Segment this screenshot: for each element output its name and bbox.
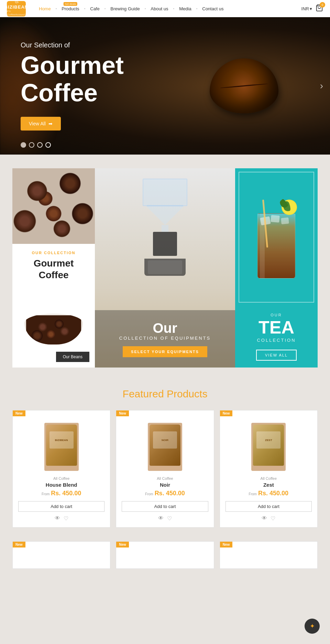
price-amount-3: Rs. 450.00 (258, 490, 288, 497)
nav-sep-2: ● (84, 8, 86, 10)
nav-sep-3: ● (104, 8, 106, 10)
cart-button[interactable]: 0 (316, 4, 323, 13)
product-actions-2: 👁 ♡ (158, 515, 172, 522)
product-name-3: Zest (263, 482, 274, 488)
product-actions-1: 👁 ♡ (55, 515, 68, 522)
carafe-glass (148, 260, 182, 274)
bowl-shape (24, 314, 83, 344)
tea-view-all-button[interactable]: VIEW ALL (256, 350, 297, 361)
coffee-bowl-visual (23, 290, 85, 344)
product-bag-label-1: BIZIBEAN (50, 431, 74, 449)
logo-text: BIZIBEAN (4, 4, 28, 10)
view-all-button[interactable]: View All ➡ (21, 117, 61, 131)
product-bag-label-2: NOIR (153, 431, 177, 449)
product-bag-label-3: ZEST (256, 431, 280, 449)
featured-products-section: Featured Products New BIZIBEAN All Coffe… (0, 381, 330, 541)
logo-icon: BIZIBEAN It's Coffeelicious!! (7, 1, 26, 16)
product-badge-4: New (13, 542, 25, 547)
price-from-3: From (249, 492, 257, 496)
hero-subtitle: Our Selection of (21, 41, 124, 49)
nav-products[interactable]: hot deals Products (59, 5, 82, 13)
logo[interactable]: BIZIBEAN It's Coffeelicious!! (7, 1, 26, 16)
our-beans-button[interactable]: Our Beans (56, 352, 89, 362)
ice-cube-2 (271, 215, 280, 222)
section-gap-1 (0, 155, 330, 168)
quick-view-icon-1[interactable]: 👁 (55, 515, 60, 522)
products-grid: New BIZIBEAN All Coffee House Blend From… (12, 410, 318, 528)
product-card-3: New ZEST All Coffee Zest From Rs. 450.00… (220, 410, 318, 528)
hero-content: Our Selection of Gourmet Coffee View All… (0, 27, 144, 144)
product-badge-2: New (116, 410, 129, 416)
coffee-collection-label: OUR COLLECTION (32, 251, 76, 255)
ice-cube-3 (281, 217, 289, 224)
price-from-1: From (42, 492, 50, 496)
product-price-row-3: From Rs. 450.00 (249, 490, 288, 497)
dripper-visual (131, 179, 199, 276)
product-name-2: Noir (160, 482, 170, 488)
dripper-funnel (146, 206, 184, 225)
select-equipment-button[interactable]: SELECT YOUR EQUIPMENTS (123, 346, 207, 357)
quick-view-icon-3[interactable]: 👁 (262, 515, 267, 522)
quick-view-icon-2[interactable]: 👁 (158, 515, 164, 522)
nav-sep-4: ● (145, 8, 146, 10)
cart-count: 0 (320, 2, 325, 8)
tea-our-label: OUR (242, 313, 311, 317)
dripper-stem (162, 225, 168, 232)
tea-title: TEA (242, 318, 311, 336)
product-bag-2: NOIR (150, 425, 180, 466)
nav-brewing[interactable]: Brewing Guide (108, 5, 142, 13)
equipment-title: Our (105, 320, 225, 336)
currency-chevron: ▾ (310, 6, 312, 11)
nav-media[interactable]: Media (176, 5, 194, 13)
add-to-cart-button-1[interactable]: Add to cart (18, 501, 104, 512)
category-cards: OUR COLLECTION Gourmet Coffee Our Beans (0, 168, 330, 368)
product-card-1: New BIZIBEAN All Coffee House Blend From… (12, 410, 110, 528)
product-bag-1: BIZIBEAN (46, 425, 77, 466)
hero-next-arrow[interactable]: › (320, 80, 323, 91)
nav-sep-6: ● (196, 8, 198, 10)
product-card-6: New (220, 541, 318, 569)
dripper-base (153, 232, 177, 256)
add-to-cart-button-3[interactable]: Add to cart (226, 501, 312, 512)
nav-sep-1: ● (56, 8, 57, 10)
add-to-cart-button-2[interactable]: Add to cart (122, 501, 208, 512)
dripper-top (143, 179, 187, 206)
coffee-beans-decoration (12, 168, 95, 244)
wishlist-icon-2[interactable]: ♡ (167, 515, 172, 522)
logo-tagline: It's Coffeelicious!! (7, 10, 26, 16)
product-badge-6: New (220, 542, 233, 547)
tea-top-section (235, 168, 318, 306)
more-products-row: New New New (0, 541, 330, 569)
equipment-subtitle: COLLECTION OF EQUIPMENTS (105, 336, 225, 341)
equipment-content: Our COLLECTION OF EQUIPMENTS SELECT YOUR… (95, 310, 235, 368)
hot-deals-badge: hot deals (64, 2, 77, 6)
currency-selector[interactable]: INR ▾ (301, 6, 312, 11)
nav-about[interactable]: About us (148, 5, 171, 13)
hero-banner: Our Selection of Gourmet Coffee View All… (0, 17, 330, 155)
dripper-rim (147, 205, 183, 206)
nav-cafe[interactable]: Cafe (87, 5, 102, 13)
price-amount-1: Rs. 450.00 (51, 490, 81, 497)
iced-tea-glass (252, 200, 300, 279)
currency-label: INR (301, 6, 309, 11)
tea-subtitle: COLLECTION (242, 338, 311, 343)
tea-content: OUR TEA COLLECTION VIEW ALL (235, 306, 318, 368)
product-category-1: All Coffee (53, 476, 70, 481)
product-name-1: House Blend (46, 482, 77, 488)
product-price-row-2: From Rs. 450.00 (145, 490, 185, 497)
product-card-4: New (12, 541, 110, 569)
nav-right: INR ▾ 0 (301, 4, 323, 13)
product-badge-1: New (13, 410, 25, 416)
bowl-beans-fill (26, 315, 81, 344)
coffee-card-title: Gourmet Coffee (19, 258, 88, 281)
wishlist-icon-3[interactable]: ♡ (271, 515, 275, 522)
product-bag-3: ZEST (253, 425, 284, 466)
product-image-3: ZEST (251, 423, 286, 471)
nav-contact[interactable]: Contact us (199, 5, 226, 13)
nav-home[interactable]: Home (36, 5, 54, 13)
product-badge-5: New (116, 542, 129, 547)
wishlist-icon-1[interactable]: ♡ (64, 515, 68, 522)
nav-sep-5: ● (173, 8, 175, 10)
coffee-card-content: OUR COLLECTION Gourmet Coffee (12, 244, 95, 368)
glass-body (257, 213, 295, 279)
